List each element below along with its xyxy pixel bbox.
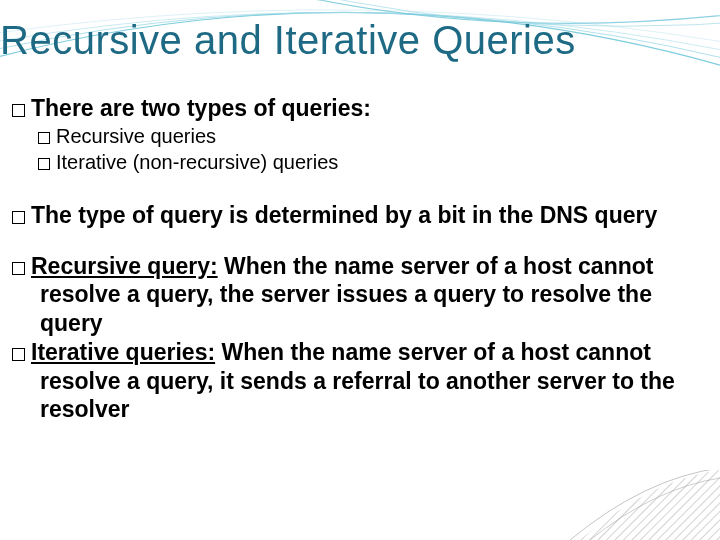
bullet-recursive-def: Recursive query: When the name server of… [12,252,700,281]
slide: Recursive and Iterative Queries There ar… [0,0,720,540]
square-bullet-icon [12,262,25,275]
bullet-iterative-def: Iterative queries: When the name server … [12,338,700,367]
bullet-types-intro: There are two types of queries: [12,94,700,123]
subbullet-recursive: Recursive queries [38,123,700,149]
label: Iterative queries: [31,339,215,365]
square-bullet-icon [12,104,25,117]
text: When the name server of a host cannot [218,253,654,279]
text: When the name server of a host cannot [215,339,651,365]
square-bullet-icon [12,211,25,224]
square-bullet-icon [12,348,25,361]
bullet-iterative-def-cont1: resolve a query, it sends a referral to … [40,367,700,396]
bullet-type-bit: The type of query is determined by a bit… [12,201,700,230]
text: Iterative (non-recursive) queries [56,151,338,173]
corner-decoration [540,470,720,540]
square-bullet-icon [38,158,50,170]
square-bullet-icon [38,132,50,144]
subbullet-iterative: Iterative (non-recursive) queries [38,149,700,175]
slide-body: There are two types of queries: Recursiv… [12,90,700,424]
text: The type of query is determined by a bit… [31,202,657,228]
label: Recursive query: [31,253,218,279]
text: There are two types of queries: [31,95,371,121]
bullet-iterative-def-cont2: resolver [40,395,700,424]
text: Recursive queries [56,125,216,147]
slide-title: Recursive and Iterative Queries [0,18,576,63]
bullet-recursive-def-cont: resolve a query, the server issues a que… [40,280,700,338]
